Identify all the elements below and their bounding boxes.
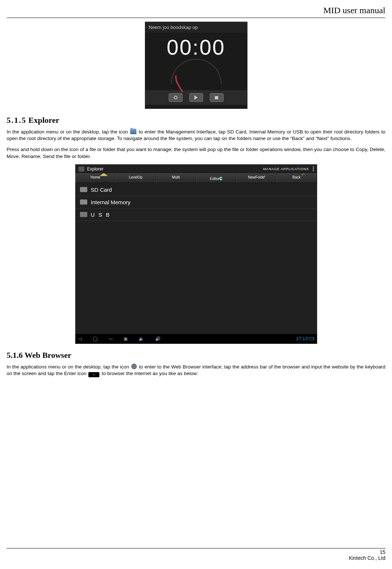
nav-screenshot-icon[interactable]: ▣ <box>124 336 128 341</box>
record-button[interactable] <box>169 93 183 102</box>
text: In the applications menu or on the deskt… <box>7 364 131 370</box>
section-title: Web Browser <box>25 350 71 360</box>
battery-icon <box>309 337 314 340</box>
label: Internal Memory <box>91 199 131 205</box>
toolbar-home[interactable]: Home <box>76 174 116 183</box>
explorer-figure: Explorer MANAGE APPLICATIONS Home LevelU… <box>7 164 385 344</box>
record-icon <box>174 96 177 99</box>
status-clock: 17:13 <box>296 336 308 341</box>
label: SD Card <box>91 187 112 193</box>
recorder-time: 00:00 <box>145 35 247 59</box>
storage-row-internal[interactable]: Internal Memory <box>76 196 317 209</box>
sdcard-icon <box>80 187 87 192</box>
label: Back <box>293 175 301 179</box>
label: Multi <box>172 175 180 179</box>
enter-key-icon: ← <box>88 372 99 377</box>
usb-icon <box>80 212 87 217</box>
label: NewFolde <box>248 175 265 179</box>
internal-icon <box>80 199 87 205</box>
section-number: 5.1.6 <box>7 350 23 360</box>
manage-applications-link[interactable]: MANAGE APPLICATIONS <box>263 167 309 171</box>
toolbar-newfolder[interactable]: NewFolde <box>236 174 276 183</box>
section-516-para: In the applications menu or on the deskt… <box>7 364 385 377</box>
section-number: 5.1.5 <box>7 115 26 125</box>
recorder-controls <box>145 90 247 105</box>
section-515-para2: Press and hold down on the icon of a fil… <box>7 146 385 159</box>
toolbar-editor[interactable]: EditorC <box>196 174 237 183</box>
explorer-toolbar: Home LevelUp Multi EditorC NewFolde Back <box>76 173 317 183</box>
label: Home <box>91 175 100 179</box>
nav-back-icon[interactable]: ◁ <box>78 336 82 341</box>
toolbar-multi[interactable]: Multi <box>156 174 196 183</box>
text: to browser the Internet as you like as b… <box>102 371 198 376</box>
section-516-heading: 5.1.6 Web Browser <box>7 350 385 360</box>
page-number: 15 <box>380 549 385 555</box>
recorder-window: Neem jou boodskap op 00:00 <box>145 22 248 109</box>
toolbar-back[interactable]: Back <box>276 174 317 183</box>
vu-meter-icon <box>171 66 222 84</box>
nav-volup-icon[interactable]: 🔊 <box>155 336 161 341</box>
browser-app-icon <box>131 364 137 369</box>
section-515-para1: In the application menu or on the deskto… <box>7 129 385 142</box>
page-footer: 15 Kintech Co., Ltd <box>7 548 385 561</box>
explorer-window: Explorer MANAGE APPLICATIONS Home LevelU… <box>75 164 317 344</box>
explorer-title-icon <box>78 166 84 172</box>
play-icon <box>194 95 198 100</box>
nav-recent-icon[interactable]: ▭ <box>109 336 113 341</box>
recorder-figure: Neem jou boodskap op 00:00 <box>7 22 385 109</box>
label: LevelUp <box>129 175 143 179</box>
nav-home-icon[interactable]: ◯ <box>93 336 98 341</box>
play-button[interactable] <box>189 93 203 102</box>
section-515-heading: 5.1.5 Explorer <box>7 115 385 125</box>
text: In the application menu or on the deskto… <box>7 129 129 135</box>
stop-icon <box>215 96 218 99</box>
storage-row-usb[interactable]: U S B <box>76 209 317 221</box>
toolbar-levelup[interactable]: LevelUp <box>116 174 156 183</box>
editor-icon: C <box>219 176 222 181</box>
page-header: MID user manual <box>7 5 385 18</box>
android-navbar: ◁ ◯ ▭ ▣ 🔉 🔊 17:13 <box>76 334 317 344</box>
explorer-app-icon <box>130 129 136 134</box>
label: Editor <box>210 177 219 181</box>
label: U S B <box>91 212 111 218</box>
storage-row-sdcard[interactable]: SD Card <box>76 184 317 196</box>
section-title: Explorer <box>29 115 59 125</box>
nav-voldown-icon[interactable]: 🔉 <box>139 336 144 341</box>
recorder-title: Neem jou boodskap op <box>145 22 247 33</box>
overflow-menu-icon[interactable] <box>313 166 314 171</box>
explorer-title: Explorer <box>87 166 104 172</box>
company-name: Kintech Co., Ltd <box>349 555 385 561</box>
stop-button[interactable] <box>210 93 224 102</box>
